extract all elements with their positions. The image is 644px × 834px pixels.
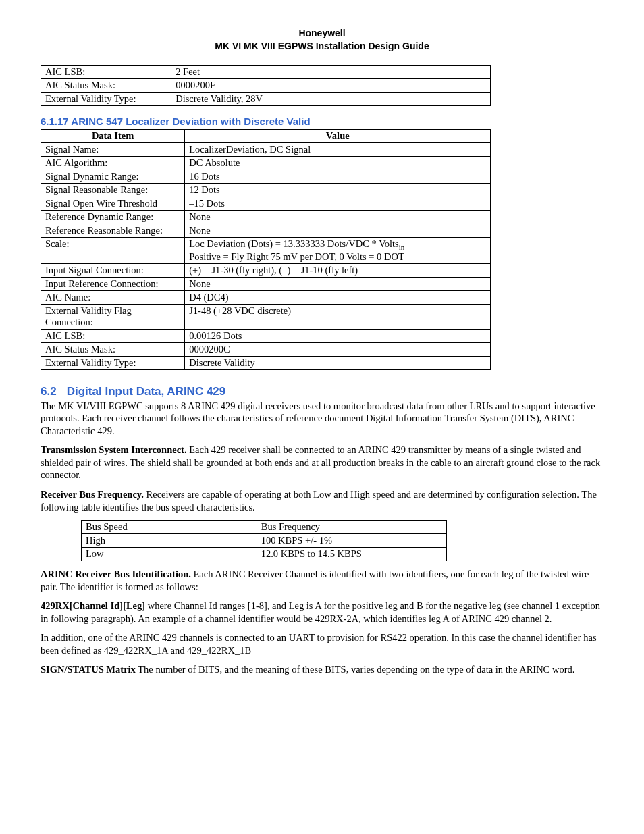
p2-bold: Transmission System Interconnect. [41,444,187,455]
col-header-value: Value [185,129,491,142]
table-row: AIC Status Mask:0000200C [41,342,491,356]
bus-header-freq: Bus Frequency [257,521,446,534]
data-item-cell: Input Signal Connection: [41,263,185,277]
table-row: AIC Status Mask:0000200F [41,78,491,92]
value-cell: None [185,224,491,237]
data-item-cell: Reference Reasonable Range: [41,224,185,237]
value-cell: 0000200C [185,342,491,356]
value-cell: (+) = J1-30 (fly right), (–) = J1-10 (fl… [185,263,491,277]
data-item-cell: AIC Status Mask: [41,342,185,356]
top-table: AIC LSB:2 FeetAIC Status Mask:0000200FEx… [41,65,491,106]
value-cell: 2 Feet [171,65,491,78]
value-cell: LocalizerDeviation, DC Signal [185,142,491,156]
data-item-cell: Signal Open Wire Threshold [41,197,185,210]
section-6-2-p6: In addition, one of the ARINC 429 channe… [41,631,603,656]
table-row: Reference Dynamic Range:None [41,210,491,224]
section-6-2-p4: ARINC Receiver Bus Identification. Each … [41,568,603,593]
value-cell: 0000200F [171,78,491,92]
section-6-2-p1: The MK VI/VIII EGPWC supports 8 ARINC 42… [41,400,603,438]
data-item-cell: AIC LSB: [41,329,185,342]
data-item-cell: AIC Name: [41,290,185,304]
section-6-2-p2: Transmission System Interconnect. Each 4… [41,444,603,481]
section-title: Digital Input Data, ARINC 429 [67,385,226,398]
table-row: Signal Dynamic Range:16 Dots [41,170,491,183]
table-row: Input Signal Connection:(+) = J1-30 (fly… [41,263,491,277]
value-cell: DC Absolute [185,156,491,170]
value-cell: 12 Dots [185,183,491,197]
p3-bold: Receiver Bus Frequency. [41,489,144,500]
bus-speed-cell: Low [82,548,257,561]
table-row: High100 KBPS +/- 1% [82,534,447,548]
table-row: Scale:Loc Deviation (Dots) = 13.333333 D… [41,237,491,263]
value-cell: Loc Deviation (Dots) = 13.333333 Dots/VD… [185,237,491,263]
doc-title: MK VI MK VIII EGPWS Installation Design … [41,40,603,53]
table-row: External Validity Type:Discrete Validity [41,356,491,369]
table-row: Reference Reasonable Range:None [41,224,491,237]
section-6-2-p5: 429RX[Channel Id][Leg] where Channel Id … [41,600,603,625]
section-6-2-p7: SIGN/STATUS Matrix The number of BITS, a… [41,663,603,676]
data-item-cell: AIC Status Mask: [41,78,171,92]
table-row: AIC LSB:0.00126 Dots [41,329,491,342]
page-header: Honeywell MK VI MK VIII EGPWS Installati… [41,27,603,53]
bus-speed-table: Bus Speed Bus Frequency High100 KBPS +/-… [81,520,447,561]
data-item-cell: External Validity Type: [41,356,185,369]
section-6-2-p3: Receiver Bus Frequency. Receivers are ca… [41,488,603,513]
data-item-cell: External Validity Flag Connection: [41,304,185,329]
table-row: AIC LSB:2 Feet [41,65,491,78]
data-item-cell: Signal Dynamic Range: [41,170,185,183]
data-item-cell: Signal Reasonable Range: [41,183,185,197]
p5-bold: 429RX[Channel Id][Leg] [41,600,145,611]
company-name: Honeywell [41,27,603,40]
data-item-cell: AIC LSB: [41,65,171,78]
data-item-cell: Scale: [41,237,185,263]
table-row: Signal Open Wire Threshold–15 Dots [41,197,491,210]
value-cell: None [185,210,491,224]
p4-bold: ARINC Receiver Bus Identification. [41,569,191,579]
bus-freq-cell: 100 KBPS +/- 1% [257,534,446,548]
section-6-1-17-heading: 6.1.17 ARINC 547 Localizer Deviation wit… [41,115,603,127]
data-item-cell: Input Reference Connection: [41,277,185,290]
table-row: External Validity Type:Discrete Validity… [41,92,491,105]
value-cell: Discrete Validity, 28V [171,92,491,105]
bus-freq-cell: 12.0 KBPS to 14.5 KBPS [257,548,446,561]
table-row: Signal Reasonable Range:12 Dots [41,183,491,197]
value-cell: –15 Dots [185,197,491,210]
value-cell: None [185,277,491,290]
table-row: External Validity Flag Connection:J1-48 … [41,304,491,329]
section-6-2-heading: 6.2 Digital Input Data, ARINC 429 [41,385,603,398]
table-row: AIC Algorithm:DC Absolute [41,156,491,170]
bus-header-speed: Bus Speed [82,521,257,534]
value-cell: D4 (DC4) [185,290,491,304]
value-cell: 0.00126 Dots [185,329,491,342]
value-cell: Discrete Validity [185,356,491,369]
p7-rest: The number of BITS, and the meaning of t… [136,664,574,675]
value-cell: 16 Dots [185,170,491,183]
bus-speed-cell: High [82,534,257,548]
table-row: Signal Name:LocalizerDeviation, DC Signa… [41,142,491,156]
data-item-cell: AIC Algorithm: [41,156,185,170]
data-item-cell: Reference Dynamic Range: [41,210,185,224]
data-item-cell: External Validity Type: [41,92,171,105]
section-number: 6.2 [41,385,63,398]
table-row: Input Reference Connection:None [41,277,491,290]
section-6-1-17-table: Data Item Value Signal Name:LocalizerDev… [41,129,491,370]
p7-bold: SIGN/STATUS Matrix [41,664,136,675]
data-item-cell: Signal Name: [41,142,185,156]
value-cell: J1-48 (+28 VDC discrete) [185,304,491,329]
table-row: AIC Name:D4 (DC4) [41,290,491,304]
table-row: Low12.0 KBPS to 14.5 KBPS [82,548,447,561]
col-header-data-item: Data Item [41,129,185,142]
